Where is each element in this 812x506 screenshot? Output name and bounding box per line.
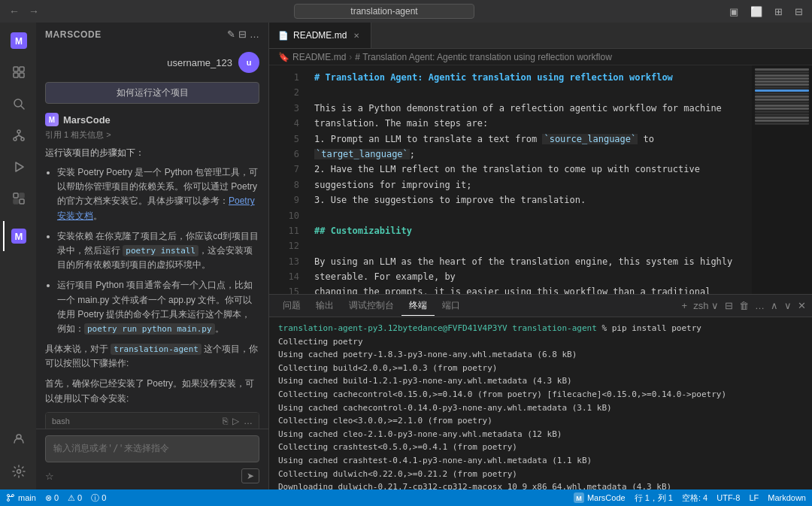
copy-icon[interactable]: ⎘ (223, 416, 228, 426)
run-icon[interactable]: ▷ (232, 416, 239, 426)
layout-icon-4[interactable]: ⊟ (792, 5, 806, 19)
breadcrumb-heading[interactable]: # Translation Agent: Agentic translation… (355, 52, 612, 62)
warnings-label: ⚠ 0 (68, 493, 82, 503)
activity-debug-icon[interactable] (3, 152, 33, 182)
code-block-pip: bash ⎘ ▷ … pip install poetry (45, 412, 259, 429)
svg-point-24 (8, 499, 10, 501)
poetry-run-code: poetry run python main.py (84, 323, 215, 335)
activity-ai-icon[interactable]: M (3, 221, 33, 251)
sidebar-new-chat-button[interactable]: ✎ (227, 29, 235, 40)
code-block-header: bash ⎘ ▷ … (46, 413, 259, 429)
panel-area: 问题 输出 调试控制台 终端 端口 + zsh ∨ ⊟ 🗑 … ∧ ∨ ✕ (269, 294, 812, 489)
breadcrumb: 🔖 README.md › # Translation Agent: Agent… (269, 49, 812, 65)
editor-area: 📄 README.md ✕ 🔖 README.md › # Translatio… (269, 23, 812, 489)
status-encoding[interactable]: UTF-8 (717, 493, 740, 502)
svg-point-10 (21, 138, 24, 141)
panel-tab-terminal[interactable]: 终端 (401, 296, 435, 316)
user-profile: username_123 u (36, 46, 268, 79)
panel-tab-output[interactable]: 输出 (308, 296, 341, 315)
git-branch-label: main (18, 493, 36, 502)
status-spaces[interactable]: 空格: 4 (682, 492, 707, 504)
avatar: u (238, 52, 259, 73)
breadcrumb-file[interactable]: README.md (292, 52, 346, 62)
nav-forward-button[interactable]: → (26, 4, 42, 19)
activity-marscode-logo[interactable]: M (3, 26, 33, 56)
status-git[interactable]: main (6, 493, 36, 502)
svg-rect-16 (20, 199, 24, 204)
panel-down-icon[interactable]: ∨ (784, 300, 792, 311)
svg-rect-5 (20, 73, 24, 77)
sidebar-split-button[interactable]: ⊟ (238, 29, 247, 40)
panel-more-icon[interactable]: … (755, 300, 765, 311)
svg-point-22 (17, 470, 21, 474)
terminal-content[interactable]: translation-agent-py3.12bytedance@FVFD41… (269, 317, 812, 489)
nav-back-button[interactable]: ← (6, 4, 23, 19)
terminal-line: Collecting dulwich<0.22.0,>=0.21.2 (from… (278, 468, 803, 481)
svg-text:M: M (576, 495, 582, 502)
layout-icon-3[interactable]: ⊞ (771, 5, 786, 19)
panel-right-icons: + zsh ∨ ⊟ 🗑 … ∧ ∨ ✕ (682, 300, 806, 311)
activity-account-icon[interactable] (3, 423, 33, 453)
title-bar: ← → ▣ ⬜ ⊞ ⊟ (0, 0, 812, 23)
sidebar-header: MARSCODE ✎ ⊟ … (36, 23, 268, 46)
main-layout: M M MARSCODE ✎ ⊟ (0, 23, 812, 489)
chat-input-area: ☆ ➤ (36, 429, 268, 489)
tab-readme[interactable]: 📄 README.md ✕ (269, 23, 371, 48)
panel-tab-debug[interactable]: 调试控制台 (341, 296, 401, 315)
svg-rect-4 (14, 73, 18, 77)
run-project-button[interactable]: 如何运行这个项目 (45, 82, 259, 104)
editor-content: 12345 678910 1112131415 1617 # Translati… (269, 65, 812, 294)
panel-shell-label[interactable]: zsh ∨ (693, 300, 719, 311)
status-warnings[interactable]: ⚠ 0 (68, 493, 82, 503)
send-button[interactable]: ➤ (241, 468, 259, 483)
panel-up-icon[interactable]: ∧ (771, 300, 778, 311)
tab-readme-label: README.md (293, 30, 347, 41)
status-eol[interactable]: LF (749, 493, 759, 502)
activity-git-icon[interactable] (3, 120, 33, 150)
poetry-link[interactable]: Poetry 安装文档 (57, 195, 255, 220)
marscode-brand-icon: M (45, 113, 59, 126)
search-input[interactable] (294, 4, 474, 19)
marscode-brand: M MarsCode (45, 113, 259, 126)
status-info[interactable]: ⓘ 0 (91, 492, 106, 504)
activity-extension-icon[interactable] (3, 183, 33, 214)
panel-tab-problems[interactable]: 问题 (275, 296, 308, 315)
breadcrumb-sep: › (349, 52, 352, 62)
activity-settings-icon[interactable] (3, 456, 33, 486)
status-marscode[interactable]: M MarsCode (574, 492, 626, 503)
translation-agent-ref: translation-agent (111, 344, 201, 355)
sidebar-more-button[interactable]: … (250, 29, 259, 40)
tab-readme-close[interactable]: ✕ (351, 31, 362, 41)
more-code-icon[interactable]: … (244, 416, 253, 426)
activity-bar: M M (0, 23, 36, 489)
status-errors[interactable]: ⊗ 0 (45, 493, 59, 503)
svg-text:M: M (15, 231, 23, 242)
layout-icon-1[interactable]: ▣ (726, 5, 741, 19)
status-position[interactable]: 行 1，列 1 (635, 492, 673, 504)
terminal-line: translation-agent-py3.12bytedance@FVFD41… (278, 322, 803, 335)
panel-close-icon[interactable]: ✕ (798, 300, 806, 311)
marscode-section: M MarsCode 引用 1 相关信息 > 运行该项目的步骤如下： 安装 Po… (36, 107, 268, 429)
ref-info[interactable]: 引用 1 相关信息 > (45, 129, 259, 141)
activity-explore-icon[interactable] (3, 57, 33, 87)
status-language[interactable]: Markdown (768, 493, 806, 502)
sidebar: MARSCODE ✎ ⊟ … username_123 u 如何运行这个项目 M… (36, 23, 269, 489)
marscode-status-icon: M (574, 492, 584, 503)
chat-star-icon[interactable]: ☆ (45, 471, 54, 482)
svg-rect-3 (20, 67, 24, 71)
panel-split-icon[interactable]: ⊟ (725, 300, 733, 311)
chat-input[interactable] (45, 435, 259, 462)
minimap (752, 65, 812, 294)
terminal-line: Downloading dulwich-0.21.7-cp312-cp312-m… (278, 480, 803, 489)
panel-tab-ports[interactable]: 端口 (435, 296, 468, 315)
layout-icon-2[interactable]: ⬜ (747, 5, 765, 19)
svg-line-7 (21, 106, 24, 109)
title-bar-nav: ← → (6, 4, 42, 19)
panel-tabs-bar: 问题 输出 调试控制台 终端 端口 + zsh ∨ ⊟ 🗑 … ∧ ∨ ✕ (269, 295, 812, 317)
panel-trash-icon[interactable]: 🗑 (739, 300, 749, 311)
svg-rect-2 (14, 67, 18, 71)
terminal-line: Collecting crashtest<0.5.0,>=0.4.1 (from… (278, 441, 803, 454)
activity-search-icon[interactable] (3, 89, 33, 119)
panel-add-icon[interactable]: + (682, 300, 688, 311)
code-editor-main[interactable]: # Translation Agent: Agentic translation… (305, 65, 752, 294)
